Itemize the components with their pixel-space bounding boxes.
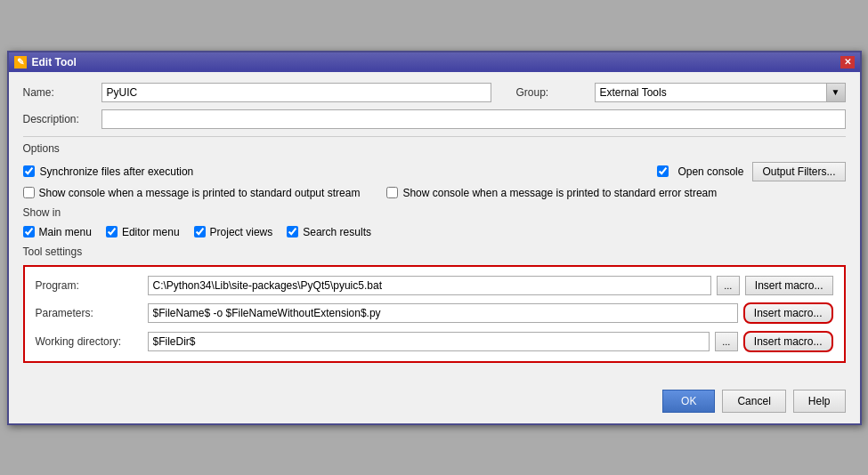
edit-tool-dialog: ✎ Edit Tool ✕ Name: Group: ▼ Description…: [7, 51, 862, 425]
show-stdout-item: Show console when a message is printed t…: [23, 187, 361, 199]
name-group-row: Name: Group: ▼: [23, 83, 846, 102]
dialog-footer: OK Cancel Help: [9, 384, 860, 423]
dialog-icon: ✎: [14, 56, 27, 68]
show-stdout-label[interactable]: Show console when a message is printed t…: [39, 187, 361, 199]
working-directory-macro-button[interactable]: Insert macro...: [743, 331, 833, 352]
tool-settings-section: Program: ... Insert macro... Parameters:…: [23, 265, 846, 363]
project-views-checkbox[interactable]: [194, 226, 206, 238]
help-button[interactable]: Help: [793, 390, 846, 413]
sync-files-checkbox[interactable]: [23, 165, 35, 177]
program-macro-button[interactable]: Insert macro...: [745, 276, 833, 295]
description-input[interactable]: [101, 109, 846, 129]
editor-menu-item: Editor menu: [106, 226, 180, 238]
show-stderr-label[interactable]: Show console when a message is printed t…: [402, 187, 717, 199]
main-menu-item: Main menu: [23, 226, 92, 238]
name-input[interactable]: [101, 83, 491, 102]
parameters-row: Parameters: Insert macro...: [36, 302, 833, 324]
search-results-label[interactable]: Search results: [303, 226, 371, 238]
working-directory-input[interactable]: [148, 332, 710, 351]
tool-settings-title: Tool settings: [23, 246, 846, 258]
sync-files-item: Synchronize files after execution: [23, 165, 640, 178]
options-section: Options Synchronize files after executio…: [23, 142, 846, 199]
open-console-item: Open console Output Filters...: [657, 162, 845, 181]
open-console-label[interactable]: Open console: [677, 165, 743, 178]
show-in-title: Show in: [23, 206, 846, 219]
description-row: Description:: [23, 109, 846, 129]
editor-menu-label[interactable]: Editor menu: [122, 226, 180, 238]
parameters-macro-button[interactable]: Insert macro...: [743, 302, 833, 324]
description-label: Description:: [23, 113, 94, 125]
working-directory-browse-button[interactable]: ...: [715, 332, 738, 351]
dialog-title: Edit Tool: [32, 56, 77, 68]
main-menu-checkbox[interactable]: [23, 226, 35, 238]
output-filters-button[interactable]: Output Filters...: [752, 162, 845, 181]
show-stderr-item: Show console when a message is printed t…: [386, 187, 717, 199]
program-input[interactable]: [148, 276, 711, 295]
search-results-item: Search results: [287, 226, 371, 238]
show-stdout-checkbox[interactable]: [23, 187, 35, 198]
cancel-button[interactable]: Cancel: [722, 390, 785, 413]
project-views-label[interactable]: Project views: [210, 226, 273, 238]
group-dropdown-button[interactable]: ▼: [826, 83, 846, 102]
parameters-label: Parameters:: [36, 307, 142, 319]
title-bar: ✎ Edit Tool ✕: [9, 52, 860, 72]
title-bar-left: ✎ Edit Tool: [14, 56, 77, 68]
working-directory-row: Working directory: ... Insert macro...: [36, 331, 833, 352]
show-stderr-checkbox[interactable]: [386, 187, 398, 198]
dialog-body: Name: Group: ▼ Description: Options Sync…: [9, 72, 860, 384]
options-title: Options: [23, 142, 846, 155]
parameters-input[interactable]: [148, 303, 738, 323]
group-label: Group:: [516, 86, 588, 99]
ok-button[interactable]: OK: [662, 390, 715, 413]
name-label: Name:: [23, 86, 94, 99]
sync-files-label[interactable]: Synchronize files after execution: [40, 165, 194, 178]
editor-menu-checkbox[interactable]: [106, 226, 118, 238]
working-directory-label: Working directory:: [36, 335, 142, 348]
close-button[interactable]: ✕: [840, 56, 855, 68]
options-row2: Show console when a message is printed t…: [23, 187, 846, 199]
project-views-item: Project views: [194, 226, 273, 238]
program-label: Program:: [36, 279, 142, 292]
search-results-checkbox[interactable]: [287, 226, 298, 238]
program-row: Program: ... Insert macro...: [36, 276, 833, 295]
open-console-checkbox[interactable]: [657, 165, 669, 177]
main-menu-label[interactable]: Main menu: [39, 226, 92, 238]
group-input[interactable]: [595, 83, 826, 102]
show-in-row: Main menu Editor menu Project views Sear…: [23, 226, 846, 238]
group-select-wrapper: ▼: [595, 83, 846, 102]
program-browse-button[interactable]: ...: [717, 276, 740, 295]
options-row1: Synchronize files after execution Open c…: [23, 162, 846, 181]
show-in-section: Show in Main menu Editor menu Project vi…: [23, 206, 846, 238]
